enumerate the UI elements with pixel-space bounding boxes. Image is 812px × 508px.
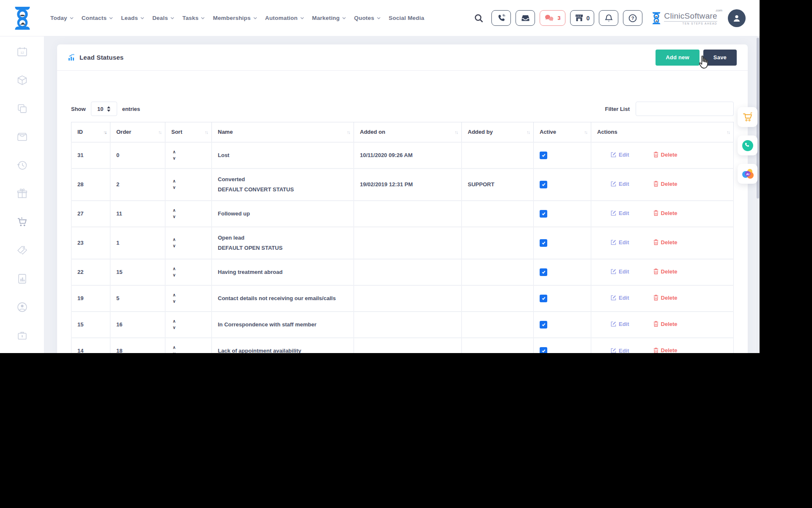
calendar-icon[interactable]: 12 bbox=[16, 46, 28, 58]
delete-link[interactable]: Delete bbox=[653, 268, 678, 275]
delete-link[interactable]: Delete bbox=[653, 239, 678, 246]
svg-text:?: ? bbox=[631, 16, 634, 21]
default-status-label: DEFAULT OPEN STATUS bbox=[218, 243, 348, 253]
ai-assistant-button[interactable]: AI bbox=[738, 164, 757, 184]
column-header-name[interactable]: Name↑↓ bbox=[212, 122, 354, 142]
move-down-icon[interactable]: ∨ bbox=[171, 215, 177, 218]
move-up-icon[interactable]: ∧ bbox=[171, 150, 177, 154]
page-scrollbar[interactable] bbox=[756, 36, 760, 353]
nav-item-deals[interactable]: Deals bbox=[152, 15, 174, 21]
whatsapp-button[interactable] bbox=[738, 135, 757, 155]
nav-item-memberships[interactable]: Memberships bbox=[213, 15, 257, 21]
page-size-select[interactable]: 10 bbox=[91, 102, 117, 116]
column-header-sort[interactable]: Sort↑↓ bbox=[165, 122, 212, 142]
active-checkbox[interactable] bbox=[540, 239, 547, 247]
active-checkbox[interactable] bbox=[540, 321, 547, 329]
active-checkbox[interactable] bbox=[540, 152, 547, 159]
edit-link[interactable]: Edit bbox=[611, 239, 629, 246]
active-checkbox[interactable] bbox=[540, 268, 547, 276]
store-button[interactable]: 0 bbox=[570, 10, 595, 26]
column-header-actions[interactable]: Actions↑↓ bbox=[591, 122, 734, 142]
nav-item-tasks[interactable]: Tasks bbox=[182, 15, 205, 21]
active-checkbox[interactable] bbox=[540, 295, 547, 302]
notifications-button[interactable] bbox=[599, 10, 618, 26]
edit-link[interactable]: Edit bbox=[611, 268, 629, 275]
topbar: TodayContactsLeadsDealsTasksMembershipsA… bbox=[0, 0, 760, 36]
move-up-icon[interactable]: ∧ bbox=[171, 346, 177, 349]
delete-link[interactable]: Delete bbox=[653, 181, 678, 187]
phone-button[interactable] bbox=[491, 10, 511, 26]
app-logo[interactable] bbox=[0, 6, 44, 30]
delete-link[interactable]: Delete bbox=[653, 321, 678, 327]
delete-link[interactable]: Delete bbox=[653, 347, 678, 353]
move-up-icon[interactable]: ∧ bbox=[171, 293, 177, 297]
active-checkbox[interactable] bbox=[540, 181, 547, 188]
move-down-icon[interactable]: ∨ bbox=[171, 157, 177, 160]
clinicsoftware-brand[interactable]: ClinicSoftware .com TEN STEPS AHEAD bbox=[651, 11, 720, 25]
package-icon[interactable] bbox=[16, 75, 28, 86]
delete-link[interactable]: Delete bbox=[653, 210, 678, 216]
active-checkbox[interactable] bbox=[540, 347, 547, 353]
cart-icon[interactable] bbox=[16, 216, 28, 228]
storage-box-icon[interactable] bbox=[16, 131, 28, 143]
column-header-order[interactable]: Order↑↓ bbox=[110, 122, 165, 142]
search-icon[interactable] bbox=[474, 14, 483, 23]
cell-added-by bbox=[462, 201, 534, 227]
active-checkbox[interactable] bbox=[540, 210, 547, 218]
delete-link[interactable]: Delete bbox=[653, 295, 678, 301]
nav-item-leads[interactable]: Leads bbox=[121, 15, 144, 21]
account-icon[interactable] bbox=[16, 301, 28, 313]
history-icon[interactable] bbox=[16, 160, 28, 171]
save-button[interactable]: Save bbox=[703, 50, 737, 66]
add-new-button[interactable]: Add new bbox=[656, 50, 700, 66]
cell-order: 0 bbox=[110, 142, 165, 168]
gift-icon[interactable] bbox=[16, 188, 28, 199]
delete-link[interactable]: Delete bbox=[653, 152, 678, 158]
nav-item-contacts[interactable]: Contacts bbox=[82, 15, 113, 21]
floating-buttons: AI bbox=[738, 107, 757, 184]
move-up-icon[interactable]: ∧ bbox=[171, 209, 177, 212]
edit-link[interactable]: Edit bbox=[611, 181, 629, 187]
move-up-icon[interactable]: ∧ bbox=[171, 267, 177, 271]
cell-added-on: 19/02/2019 12:31 PM bbox=[354, 168, 462, 201]
case-lock-icon[interactable] bbox=[16, 330, 28, 341]
edit-link[interactable]: Edit bbox=[611, 321, 629, 327]
move-down-icon[interactable]: ∨ bbox=[171, 273, 177, 277]
chevron-down-icon bbox=[377, 17, 381, 19]
shop-cart-button[interactable] bbox=[738, 107, 757, 127]
filter-list-input[interactable] bbox=[636, 102, 734, 116]
column-header-active[interactable]: Active↑↓ bbox=[534, 122, 591, 142]
move-down-icon[interactable]: ∨ bbox=[171, 352, 177, 353]
user-avatar[interactable] bbox=[728, 9, 746, 27]
cell-sort: ∧∨ bbox=[165, 285, 212, 312]
help-button[interactable]: ? bbox=[623, 10, 642, 26]
report-icon[interactable] bbox=[16, 273, 28, 284]
inbox-button[interactable] bbox=[516, 10, 535, 26]
move-up-icon[interactable]: ∧ bbox=[171, 320, 177, 323]
edit-link[interactable]: Edit bbox=[611, 348, 629, 353]
move-up-icon[interactable]: ∧ bbox=[171, 238, 177, 241]
copy-icon[interactable] bbox=[16, 103, 28, 114]
nav-item-social-media[interactable]: Social Media bbox=[389, 15, 424, 21]
nav-item-today[interactable]: Today bbox=[50, 15, 74, 21]
move-down-icon[interactable]: ∨ bbox=[171, 186, 177, 189]
table-row: 2215∧∨Having treatment abroadEditDelete bbox=[71, 259, 734, 285]
edit-icon bbox=[611, 269, 616, 274]
edit-link[interactable]: Edit bbox=[611, 210, 629, 216]
chat-button[interactable]: 3 bbox=[540, 10, 565, 26]
move-up-icon[interactable]: ∧ bbox=[171, 179, 177, 183]
move-down-icon[interactable]: ∨ bbox=[171, 244, 177, 248]
column-header-id[interactable]: ID↑↓ bbox=[71, 122, 110, 142]
delete-icon bbox=[653, 268, 658, 274]
edit-link[interactable]: Edit bbox=[611, 152, 629, 158]
column-header-added-by[interactable]: Added by↑↓ bbox=[462, 122, 534, 142]
nav-item-automation[interactable]: Automation bbox=[265, 15, 304, 21]
edit-link[interactable]: Edit bbox=[611, 295, 629, 301]
cell-added-on bbox=[354, 285, 462, 312]
tags-icon[interactable] bbox=[16, 245, 28, 256]
move-down-icon[interactable]: ∨ bbox=[171, 300, 177, 303]
column-header-added-on[interactable]: Added on↑↓ bbox=[354, 122, 462, 142]
move-down-icon[interactable]: ∨ bbox=[171, 326, 177, 329]
nav-item-quotes[interactable]: Quotes bbox=[354, 15, 381, 21]
nav-item-marketing[interactable]: Marketing bbox=[312, 15, 346, 21]
